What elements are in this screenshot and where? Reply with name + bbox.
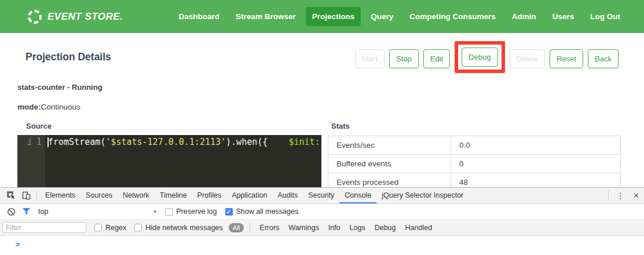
code-plain: [320, 137, 321, 147]
nav-item-admin[interactable]: Admin: [506, 7, 543, 26]
delete-button[interactable]: Delete: [510, 49, 546, 68]
mode-label: mode:: [17, 103, 41, 111]
nav-item-competing-consumers[interactable]: Competing Consumers: [403, 7, 502, 26]
text-cursor: [47, 137, 49, 147]
devtools-tabbar: Elements Sources Network Timeline Profil…: [0, 188, 644, 204]
filter-level-handled[interactable]: Handled: [405, 224, 433, 232]
stat-value: 0: [451, 155, 621, 173]
code-init-key: $init:: [288, 137, 320, 147]
stats-table: Events/sec 0.0 Buffered events 0 Events …: [328, 136, 621, 187]
context-label: top: [38, 207, 48, 216]
checkbox-unchecked-icon: [134, 224, 142, 231]
reset-button[interactable]: Reset: [550, 49, 583, 68]
editor-gutter: i 1: [17, 135, 45, 187]
tab-network[interactable]: Network: [118, 188, 155, 203]
edit-button[interactable]: Edit: [423, 49, 450, 68]
tab-elements[interactable]: Elements: [40, 188, 80, 203]
stats-section: Stats Events/sec 0.0 Buffered events 0 E…: [328, 122, 621, 187]
table-row: Events/sec 0.0: [328, 136, 621, 155]
tab-sources[interactable]: Sources: [80, 188, 118, 203]
eventstore-ring-icon: [28, 10, 42, 24]
debug-highlight-annotation: Debug: [455, 41, 504, 73]
preserve-log-checkbox[interactable]: Preserve log: [165, 207, 217, 216]
table-row: Buffered events 0: [328, 155, 621, 173]
regex-label: Regex: [105, 224, 126, 232]
debug-button[interactable]: Debug: [462, 48, 497, 67]
nav-item-projections[interactable]: Projections: [306, 7, 361, 26]
console-filter-bar: Regex Hide network messages All Errors W…: [0, 220, 644, 236]
nav-item-users[interactable]: Users: [546, 7, 581, 26]
device-toolbar-icon[interactable]: [19, 190, 34, 202]
filter-level-logs[interactable]: Logs: [350, 224, 365, 232]
code-line-1: fromStream('$stats-127.0.0.1:2113').when…: [48, 137, 321, 147]
mode-value: Continuous: [41, 103, 80, 111]
chevron-down-icon: ▼: [152, 209, 157, 214]
filter-all-badge[interactable]: All: [229, 223, 244, 232]
tab-application[interactable]: Application: [226, 188, 272, 203]
console-toolbar: top ▼ Preserve log ✓ Show all messages: [0, 204, 644, 220]
console-output-area[interactable]: >: [0, 236, 644, 255]
show-all-messages-label: Show all messages: [236, 207, 299, 216]
checkbox-unchecked-icon: [165, 208, 173, 216]
top-navbar: EVENT STORE. Dashboard Stream Browser Pr…: [0, 0, 644, 33]
show-all-messages-checkbox[interactable]: ✓ Show all messages: [225, 207, 299, 216]
projection-mode-line: mode:Continuous: [17, 103, 644, 111]
preserve-log-label: Preserve log: [176, 207, 217, 216]
start-button[interactable]: Start: [355, 49, 385, 68]
page-header: Projection Details Start Stop Edit Debug…: [0, 33, 644, 71]
devtools-close-icon[interactable]: ✕: [630, 191, 641, 200]
devtools-panel: Elements Sources Network Timeline Profil…: [0, 187, 644, 255]
tab-profiles[interactable]: Profiles: [192, 188, 227, 203]
filter-level-errors[interactable]: Errors: [259, 224, 279, 232]
clear-console-icon[interactable]: [3, 205, 19, 218]
nav-item-query[interactable]: Query: [364, 7, 400, 26]
filter-level-warnings[interactable]: Warnings: [288, 224, 319, 232]
tab-timeline[interactable]: Timeline: [155, 188, 192, 203]
gutter-annotation-icon: i: [27, 137, 32, 147]
stop-button[interactable]: Stop: [389, 49, 419, 68]
code-plain: ).when({: [226, 137, 288, 147]
devtools-window-controls: ⋮ ✕: [605, 191, 641, 201]
stat-value: 48: [451, 173, 621, 188]
nav-item-dashboard[interactable]: Dashboard: [173, 7, 226, 26]
nav-menu: Dashboard Stream Browser Projections Que…: [173, 7, 627, 26]
inspect-element-icon[interactable]: [3, 190, 19, 202]
filter-level-info[interactable]: Info: [328, 224, 341, 232]
filter-input[interactable]: [2, 222, 86, 233]
execution-context-selector[interactable]: top ▼: [34, 207, 157, 216]
line-number: 1: [36, 137, 42, 147]
tab-security[interactable]: Security: [303, 188, 339, 203]
filter-divider: [250, 223, 250, 232]
table-row: Events processed 48: [328, 173, 621, 188]
hide-network-messages-checkbox[interactable]: Hide network messages: [134, 224, 222, 232]
tab-audits[interactable]: Audits: [272, 188, 303, 203]
checkbox-checked-icon: ✓: [225, 208, 233, 216]
eventstore-logo[interactable]: EVENT STORE.: [28, 10, 123, 24]
code-string: '$stats-127.0.0.1:2113': [105, 137, 226, 147]
back-button[interactable]: Back: [588, 49, 619, 68]
projection-action-buttons: Start Stop Edit Debug Delete Reset Back: [350, 46, 619, 71]
nav-item-stream-browser[interactable]: Stream Browser: [229, 7, 302, 26]
devtools-menu-icon[interactable]: ⋮: [612, 191, 630, 201]
source-heading: Source: [26, 122, 321, 130]
filter-funnel-icon[interactable]: [19, 205, 34, 218]
console-prompt-icon: >: [16, 240, 20, 249]
editor-code-area[interactable]: fromStream('$stats-127.0.0.1:2113').when…: [45, 135, 321, 187]
regex-checkbox[interactable]: Regex: [94, 224, 126, 232]
toolbar-divider: [36, 191, 37, 201]
tab-console[interactable]: Console: [339, 188, 376, 203]
projection-details-page: Projection Details Start Stop Edit Debug…: [0, 33, 644, 187]
code-plain: fromStream(: [48, 137, 105, 147]
tab-jquery-selector-inspector[interactable]: jQuery Selector Inspector: [376, 188, 469, 203]
projection-status-line: stats-counter - Running: [17, 83, 644, 92]
stat-value: 0.0: [451, 136, 621, 155]
nav-item-logout[interactable]: Log Out: [584, 7, 627, 26]
content-columns: Source i 1 fromStream('$stats-127.0.0.1:…: [0, 122, 644, 187]
brand-text: EVENT STORE.: [47, 11, 123, 23]
stat-key: Events/sec: [328, 136, 451, 155]
source-code-editor[interactable]: i 1 fromStream('$stats-127.0.0.1:2113').…: [17, 135, 321, 187]
stat-key: Buffered events: [328, 155, 451, 173]
source-section: Source i 1 fromStream('$stats-127.0.0.1:…: [17, 122, 321, 187]
toolbar-divider: [608, 191, 609, 201]
filter-level-debug[interactable]: Debug: [375, 224, 396, 232]
